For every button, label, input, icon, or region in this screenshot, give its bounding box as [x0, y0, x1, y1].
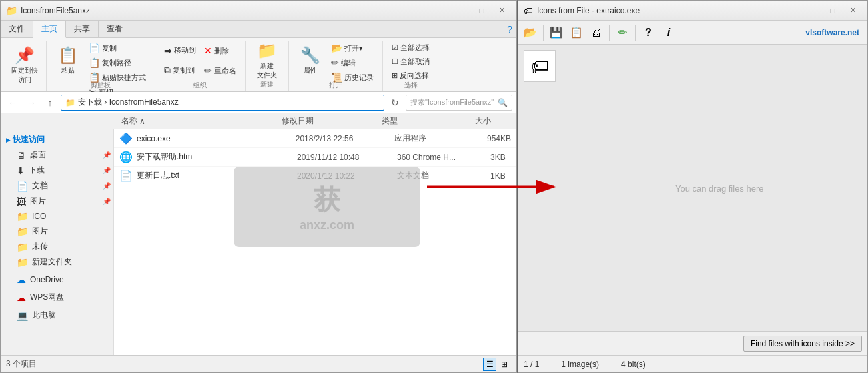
address-bar: ← → ↑ 📁 安下载 › IconsfromFile5anxz ↻ 搜索"Ic…	[1, 92, 516, 113]
ribbon-group-organize: ➡ 移动到 ⧉ 复制到 ✕ 删除	[155, 41, 246, 91]
sidebar-item-untransmitted[interactable]: 📁 未传	[1, 239, 113, 254]
back-button[interactable]: ←	[5, 95, 21, 111]
ribbon: 文件 主页 共享 查看 ? 📌 固定到快 访问	[1, 21, 516, 92]
wps-section: ☁ WPS网盘	[1, 290, 113, 305]
icons-title-icon: 🏷	[524, 5, 533, 16]
up-button[interactable]: ↑	[42, 95, 58, 111]
explorer-title-text: IconsfromFile5anxz	[21, 6, 452, 15]
tab-view[interactable]: 查看	[99, 21, 131, 37]
icon-thumbnail[interactable]: 🏷	[524, 50, 556, 82]
tab-share[interactable]: 共享	[66, 21, 99, 37]
file-row-htm[interactable]: 🌐 安下载帮助.htm 2019/11/12 10:48 360 Chrome …	[114, 148, 516, 167]
new-folder-button[interactable]: 📁 新建 文件夹	[251, 41, 283, 80]
organize-group-label: 组织	[193, 81, 207, 92]
find-files-button[interactable]: Find files with icons inside >>	[743, 336, 862, 352]
sidebar-item-downloads[interactable]: ⬇ 下载 📌	[1, 163, 113, 178]
select-buttons: ☑ 全部选择 ☐ 全部取消 ⊞ 反向选择	[388, 41, 433, 81]
select-none-button[interactable]: ☐ 全部取消	[388, 55, 433, 69]
select-group-label: 选择	[404, 81, 418, 92]
wps-icon: ☁	[17, 292, 26, 303]
size-column-header[interactable]: 大小	[471, 115, 495, 127]
help-ribbon-icon[interactable]: ?	[507, 24, 512, 35]
organize-buttons: ➡ 移动到 ⧉ 复制到 ✕ 删除	[161, 41, 240, 81]
toolbar-sep-1	[543, 25, 544, 41]
edit-button[interactable]: ✏ 编辑	[328, 55, 377, 70]
name-column-header[interactable]: 名称 ∧	[117, 115, 278, 127]
open-icon: 📂	[331, 43, 342, 53]
minimize-button[interactable]: ─	[452, 4, 471, 17]
large-icons-view-button[interactable]: ⊞	[498, 358, 511, 371]
sidebar-item-ico[interactable]: 📁 ICO	[1, 209, 113, 224]
maximize-button[interactable]: □	[472, 4, 491, 17]
ribbon-group-pin: 📌 固定到快 访问	[3, 41, 47, 91]
copy-to-button[interactable]: ⧉ 复制到	[161, 63, 199, 78]
properties-icon: 🔧	[300, 46, 320, 65]
rename-button[interactable]: ✏ 重命名	[201, 63, 240, 78]
edit-color-button[interactable]: ✏	[613, 23, 632, 42]
open-file-button[interactable]: 📂	[521, 23, 540, 42]
column-headers: 名称 ∧ 修改日期 类型 大小	[1, 113, 516, 129]
name-sort-icon: ∧	[139, 117, 145, 126]
copy-path-icon: 📋	[89, 57, 100, 68]
icons-minimize-button[interactable]: ─	[803, 4, 822, 17]
address-path[interactable]: 📁 安下载 › IconsfromFile5anxz	[61, 95, 384, 111]
tab-home[interactable]: 主页	[33, 21, 66, 38]
icons-window-controls: ─ □ ✕	[803, 4, 862, 17]
icons-content[interactable]: 🏷 You can drag files here	[518, 45, 867, 331]
icons-close-button[interactable]: ✕	[843, 4, 862, 17]
search-placeholder: 搜索"IconsfromFile5anxz"	[410, 97, 494, 107]
onedrive-section: ☁ OneDrive	[1, 272, 113, 287]
clipboard-group-label: 剪贴板	[91, 81, 111, 92]
help-button[interactable]: ?	[639, 23, 658, 42]
open-col: 📂 打开▾ ✏ 编辑 📜 历史记录	[328, 41, 377, 81]
tab-file[interactable]: 文件	[1, 21, 33, 37]
close-button[interactable]: ✕	[492, 4, 511, 17]
desktop-icon: 🖥	[17, 150, 26, 161]
copy-path-button[interactable]: 📋 复制路径	[85, 55, 149, 70]
forward-button[interactable]: →	[23, 95, 39, 111]
sidebar-item-images[interactable]: 📁 图片	[1, 224, 113, 239]
select-all-button[interactable]: ☑ 全部选择	[388, 41, 433, 55]
properties-button[interactable]: 🔧 属性	[294, 41, 326, 80]
open-button[interactable]: 📂 打开▾	[328, 41, 377, 55]
file-date-htm: 2019/11/12 10:48	[297, 153, 397, 162]
move-to-button[interactable]: ➡ 移动到	[161, 43, 199, 58]
icons-maximize-button[interactable]: □	[823, 4, 842, 17]
delete-icon: ✕	[204, 45, 212, 56]
type-column-header[interactable]: 类型	[378, 115, 471, 127]
sidebar-item-desktop[interactable]: 🖥 桌面 📌	[1, 147, 113, 163]
file-row-exico[interactable]: 🔷 exico.exe 2018/2/13 22:56 应用程序 954KB	[114, 129, 516, 148]
details-view-button[interactable]: ☰	[483, 358, 496, 371]
copy-button[interactable]: 📋	[567, 23, 586, 42]
copy-button[interactable]: 📄 复制	[85, 41, 149, 55]
file-row-txt[interactable]: 📄 更新日志.txt 2020/1/12 10:22 文本文档 1KB	[114, 167, 516, 185]
copy-icon: 📄	[89, 43, 100, 53]
sidebar-item-documents[interactable]: 📄 文档 📌	[1, 178, 113, 194]
htm-file-icon: 🌐	[119, 151, 133, 164]
paste-button[interactable]: 📋 粘贴	[52, 41, 84, 80]
delete-button[interactable]: ✕ 删除	[201, 43, 240, 58]
ribbon-group-select: ☑ 全部选择 ☐ 全部取消 ⊞ 反向选择 选择	[383, 41, 438, 91]
print-button[interactable]: 🖨	[587, 23, 606, 42]
brand-label: vlsoftware.net	[805, 28, 865, 37]
pin-to-quick-access-button[interactable]: 📌 固定到快 访问	[9, 46, 41, 85]
file-name-htm: 安下载帮助.htm	[137, 151, 297, 163]
sidebar-item-wps[interactable]: ☁ WPS网盘	[1, 290, 113, 305]
save-button[interactable]: 💾	[547, 23, 566, 42]
page-info: 1 / 1	[524, 360, 539, 369]
refresh-button[interactable]: ↻	[387, 95, 403, 111]
pin-indicator-3: 📌	[103, 182, 111, 190]
sidebar-item-pictures[interactable]: 🖼 图片 📌	[1, 194, 113, 209]
pin-buttons: 📌 固定到快 访问	[9, 41, 41, 89]
sidebar-item-new-folder[interactable]: 📁 新建文件夹	[1, 254, 113, 270]
path-folder-icon: 📁	[65, 98, 75, 107]
search-box[interactable]: 搜索"IconsfromFile5anxz" 🔍	[406, 95, 512, 111]
folder-new-icon: 📁	[17, 257, 28, 268]
onedrive-icon: ☁	[17, 274, 26, 285]
quick-access-header[interactable]: ▸ 快速访问	[1, 132, 113, 147]
icons-toolbar: 📂 💾 📋 🖨 ✏ ? i vlsoftware.net	[518, 21, 867, 45]
date-column-header[interactable]: 修改日期	[278, 115, 378, 127]
sidebar-item-this-pc[interactable]: 💻 此电脑	[1, 308, 113, 323]
info-button[interactable]: i	[659, 23, 678, 42]
sidebar-item-onedrive[interactable]: ☁ OneDrive	[1, 272, 113, 287]
